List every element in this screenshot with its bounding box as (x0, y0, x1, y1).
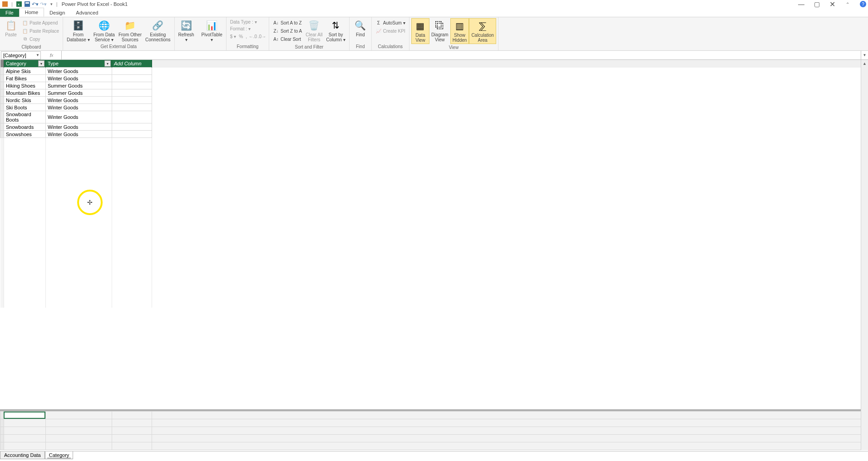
create-kpi-button[interactable]: 📈Create KPI (375, 27, 406, 34)
paste-replace-button[interactable]: 📋Paste Replace (21, 27, 60, 34)
row-selector[interactable] (0, 104, 4, 111)
clear-filters-button[interactable]: 🗑️Clear All Filters (304, 18, 324, 43)
refresh-button[interactable]: 🔄Refresh▾ (177, 18, 196, 43)
tab-design[interactable]: Design (44, 9, 70, 17)
formula-expand-icon[interactable]: ▼ (861, 51, 868, 59)
decrease-decimal-button[interactable]: .0→ (258, 33, 266, 40)
cell-add[interactable] (112, 123, 152, 131)
cell-category[interactable]: Snowboards (4, 123, 46, 131)
save-icon[interactable] (24, 1, 30, 7)
row-selector[interactable] (0, 75, 4, 82)
filter-icon[interactable]: ▼ (104, 60, 111, 67)
tab-home[interactable]: Home (19, 8, 44, 17)
currency-button[interactable]: $▾ (229, 33, 237, 40)
selected-measure-cell[interactable] (4, 412, 45, 419)
cell-type[interactable]: Winter Goods (46, 104, 112, 111)
from-other-sources-button[interactable]: 📁From Other Sources (117, 18, 143, 43)
table-row[interactable]: SnowshoesWinter Goods (0, 131, 868, 138)
cell-add[interactable] (112, 75, 152, 82)
cell-add[interactable] (112, 104, 152, 111)
column-header-type[interactable]: Type▼ (46, 60, 112, 68)
datatype-dropdown[interactable]: Data Type : ▾ (229, 19, 266, 25)
maximize-button[interactable]: ▢ (814, 1, 820, 7)
table-row[interactable]: Fat BikesWinter Goods (0, 75, 868, 82)
row-selector[interactable] (0, 131, 4, 138)
comma-button[interactable]: , (245, 33, 248, 40)
cell-category[interactable]: Snowboard Boots (4, 111, 46, 123)
data-view-button[interactable]: ▦Data View (411, 18, 429, 44)
cell-add[interactable] (112, 89, 152, 97)
table-row[interactable]: SnowboardsWinter Goods (0, 123, 868, 131)
percent-button[interactable]: % (238, 33, 244, 40)
from-data-service-button[interactable]: 🌐From Data Service ▾ (92, 18, 117, 43)
cell-type[interactable]: Winter Goods (46, 97, 112, 104)
table-row[interactable]: Ski BootsWinter Goods (0, 104, 868, 111)
minimize-button[interactable]: ― (798, 1, 804, 7)
table-row[interactable]: Nordic SkisWinter Goods (0, 97, 868, 104)
ribbon-collapse-icon[interactable]: ⌃ (844, 1, 851, 7)
select-all-corner[interactable] (0, 60, 4, 68)
add-column-header[interactable]: Add Column (112, 60, 152, 68)
find-button[interactable]: 🔍Find (351, 18, 370, 38)
calculation-area[interactable] (0, 409, 868, 450)
existing-connections-button[interactable]: 🔗Existing Connections (143, 18, 173, 43)
cell-category[interactable]: Mountain Bikes (4, 89, 46, 97)
tab-advanced[interactable]: Advanced (70, 9, 104, 17)
cell-add[interactable] (112, 131, 152, 138)
cell-category[interactable]: Fat Bikes (4, 75, 46, 82)
show-hidden-button[interactable]: ▥Show Hidden (450, 18, 469, 44)
qat-customize-icon[interactable]: ▾ (49, 1, 55, 7)
table-row[interactable]: Snowboard BootsWinter Goods (0, 111, 868, 123)
row-selector[interactable] (0, 97, 4, 104)
calculation-area-button[interactable]: ⅀Calculation Area (469, 18, 496, 44)
row-selector[interactable] (0, 82, 4, 89)
sheet-tab-accounting[interactable]: Accounting Data (0, 451, 45, 459)
table-row[interactable]: Hiking ShoesSummer Goods (0, 82, 868, 89)
cell-category[interactable]: Hiking Shoes (4, 82, 46, 89)
cell-type[interactable]: Winter Goods (46, 123, 112, 131)
cell-type[interactable]: Winter Goods (46, 131, 112, 138)
cell-category[interactable]: Snowshoes (4, 131, 46, 138)
sheet-tab-category[interactable]: Category (45, 451, 74, 459)
increase-decimal-button[interactable]: ←.0 (249, 33, 257, 40)
row-selector[interactable] (0, 111, 4, 123)
row-selector[interactable] (0, 89, 4, 97)
sort-az-button[interactable]: A↓Sort A to Z (272, 19, 303, 26)
from-database-button[interactable]: 🗄️From Database ▾ (65, 18, 92, 43)
namebox-dropdown-icon[interactable]: ▼ (36, 53, 39, 57)
cell-type[interactable]: Winter Goods (46, 68, 112, 75)
copy-button[interactable]: ⧉Copy (21, 35, 60, 43)
paste-button[interactable]: 📋 Paste (2, 18, 20, 38)
cell-add[interactable] (112, 97, 152, 104)
help-button[interactable]: ? (860, 1, 866, 7)
fx-label[interactable]: fx (42, 51, 62, 59)
vertical-scrollbar[interactable]: ▲ (861, 60, 868, 450)
cell-type[interactable]: Summer Goods (46, 89, 112, 97)
cell-category[interactable]: Ski Boots (4, 104, 46, 111)
tab-file[interactable]: File (0, 9, 19, 17)
cell-type[interactable]: Winter Goods (46, 111, 112, 123)
pivottable-button[interactable]: 📊PivotTable▾ (200, 18, 224, 43)
table-row[interactable]: Alpine SkisWinter Goods (0, 68, 868, 75)
cell-add[interactable] (112, 111, 152, 123)
cell-category[interactable]: Nordic Skis (4, 97, 46, 104)
autosum-button[interactable]: ΣAutoSum ▾ (375, 19, 406, 26)
cell-add[interactable] (112, 68, 152, 75)
cell-add[interactable] (112, 82, 152, 89)
filter-icon[interactable]: ▼ (38, 60, 44, 67)
row-selector[interactable] (0, 123, 4, 131)
sort-za-button[interactable]: Z↓Sort Z to A (272, 27, 303, 34)
cell-category[interactable]: Alpine Skis (4, 68, 46, 75)
name-box[interactable]: [Category] ▼ (1, 51, 41, 59)
row-selector[interactable] (0, 68, 4, 75)
column-header-category[interactable]: Category▼ (4, 60, 46, 68)
paste-append-button[interactable]: 📋Paste Append (21, 19, 60, 26)
scroll-up-icon[interactable]: ▲ (861, 60, 868, 67)
cell-type[interactable]: Winter Goods (46, 75, 112, 82)
undo-icon[interactable]: ↶▾ (32, 1, 39, 7)
table-row[interactable]: Mountain BikesSummer Goods (0, 89, 868, 97)
clear-sort-button[interactable]: A↕Clear Sort (272, 35, 303, 43)
format-dropdown[interactable]: Format : ▾ (229, 26, 266, 32)
diagram-view-button[interactable]: ⿻Diagram View (429, 18, 450, 43)
sort-by-column-button[interactable]: ⇅Sort by Column ▾ (325, 18, 347, 43)
